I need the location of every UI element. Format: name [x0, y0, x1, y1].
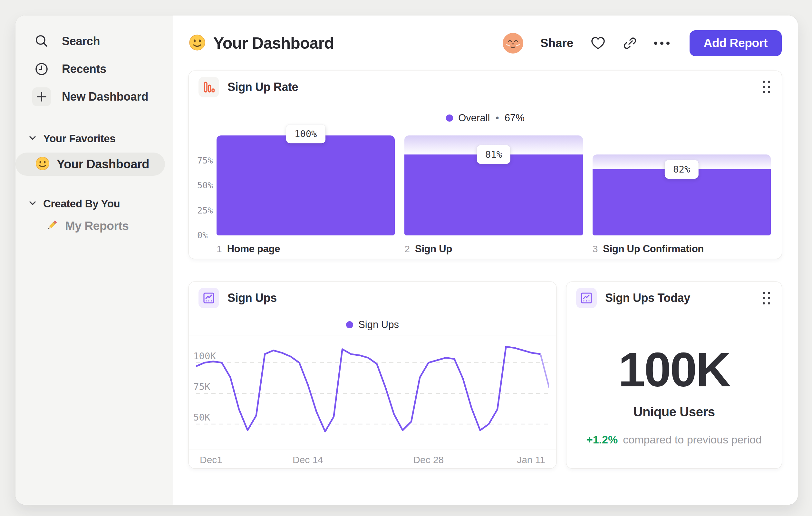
card-header: Sign Ups Today	[567, 282, 782, 314]
line-x-tick: Dec1	[200, 454, 222, 465]
line-y-tick: 100K	[193, 351, 216, 361]
card-title: Sign Ups Today	[605, 291, 690, 305]
sidebar: Search Recents New Dashboard	[16, 16, 173, 505]
card-title: Sign Ups	[228, 291, 277, 305]
funnel-chart: 75%50%25%0% 100%81%82%	[197, 135, 771, 236]
bar-chart-icon	[199, 77, 219, 98]
change-note: compared to previous period	[623, 433, 762, 446]
line-series	[196, 347, 540, 432]
chevron-down-icon	[29, 136, 36, 142]
line-chart: 100K75K50K	[196, 341, 549, 444]
funnel-bar[interactable]: 82%	[592, 135, 771, 236]
step-name: Home page	[227, 243, 280, 255]
heart-icon[interactable]	[590, 36, 606, 50]
line-series-incomplete-tail	[540, 354, 549, 387]
metric-change: +1.2% compared to previous period	[567, 433, 782, 446]
sidebar-item-new-dashboard[interactable]: New Dashboard	[25, 83, 164, 111]
sign-ups-today-card: Sign Ups Today 100K Unique Users +1.2% c…	[567, 282, 782, 468]
sign-ups-card: Sign Ups Sign Ups 100K75K50K Dec1Dec 14D…	[189, 282, 556, 468]
search-icon	[32, 32, 51, 51]
funnel-bar-fill	[592, 169, 771, 236]
line-x-tick: Jan 11	[517, 454, 545, 465]
step-number: 2	[404, 243, 410, 254]
funnel-step-label: 1Home page	[216, 243, 395, 255]
chevron-down-icon	[29, 201, 36, 207]
sign-up-rate-card: Sign Up Rate Overall • 67% 75%50%25%0% 1…	[189, 71, 782, 259]
funnel-y-tick: 0%	[197, 230, 208, 240]
section-title: Created By You	[43, 198, 120, 210]
step-name: Sign Up Confirmation	[603, 243, 704, 255]
plus-icon	[32, 87, 51, 106]
sidebar-item-search[interactable]: Search	[25, 27, 164, 55]
line-x-axis: Dec1Dec 14Dec 28Jan 11	[189, 450, 556, 468]
sidebar-item-label: New Dashboard	[62, 90, 148, 104]
change-percent: +1.2%	[586, 433, 618, 446]
main-content: Your Dashboard Share	[173, 16, 798, 505]
funnel-y-axis: 75%50%25%0%	[197, 135, 216, 236]
funnel-legend: Overall • 67%	[189, 112, 782, 124]
smiley-emoji-icon	[35, 156, 50, 172]
line-x-tick: Dec 28	[413, 454, 444, 465]
legend-dot	[346, 321, 353, 328]
card-header: Sign Ups	[189, 282, 556, 314]
add-report-button[interactable]: Add Report	[690, 30, 782, 56]
sidebar-item-recents[interactable]: Recents	[25, 55, 164, 83]
page-title: Your Dashboard	[213, 34, 334, 53]
page-header: Your Dashboard Share	[189, 16, 782, 71]
more-options-icon[interactable]	[654, 42, 670, 45]
section-title: Your Favorites	[43, 133, 115, 145]
line-chart-icon	[576, 288, 597, 308]
step-number: 1	[216, 243, 222, 254]
legend-dot	[446, 114, 453, 121]
pencil-emoji-icon	[45, 219, 59, 234]
sidebar-item-my-reports[interactable]: My Reports	[25, 216, 164, 236]
funnel-value-label: 81%	[477, 145, 511, 164]
funnel-step-label: 2Sign Up	[404, 243, 583, 255]
sidebar-item-your-dashboard[interactable]: Your Dashboard	[16, 153, 165, 176]
funnel-value-label: 82%	[665, 160, 698, 179]
link-icon[interactable]	[622, 36, 637, 51]
drag-handle-icon[interactable]	[761, 79, 772, 95]
funnel-value-label: 100%	[286, 125, 325, 143]
sidebar-item-label: Your Dashboard	[57, 157, 149, 171]
drag-handle-icon[interactable]	[761, 290, 772, 306]
line-x-tick: Dec 14	[293, 454, 323, 465]
funnel-bars: 100%81%82%	[216, 135, 771, 236]
funnel-bar-fill	[216, 135, 395, 236]
funnel-bar[interactable]: 81%	[404, 135, 583, 236]
line-chart-icon	[199, 288, 219, 308]
smiley-emoji-icon	[189, 34, 206, 52]
section-your-favorites[interactable]: Your Favorites	[25, 130, 164, 147]
step-name: Sign Up	[415, 243, 452, 255]
funnel-step-labels: 1Home page2Sign Up3Sign Up Confirmation	[216, 243, 771, 255]
avatar[interactable]	[502, 33, 524, 54]
line-chart-svg	[196, 341, 549, 444]
sidebar-item-label: Recents	[62, 62, 106, 76]
app-window: Search Recents New Dashboard	[16, 16, 798, 505]
funnel-step-label: 3Sign Up Confirmation	[592, 243, 771, 255]
card-title: Sign Up Rate	[228, 80, 298, 94]
funnel-bar[interactable]: 100%	[216, 135, 395, 236]
sidebar-item-label: My Reports	[65, 219, 128, 233]
line-y-tick: 50K	[193, 412, 210, 423]
line-y-tick: 75K	[193, 381, 210, 392]
card-header: Sign Up Rate	[189, 71, 782, 103]
metric-value: 100K	[567, 342, 782, 398]
funnel-y-tick: 25%	[197, 206, 213, 215]
step-number: 3	[592, 243, 598, 254]
section-created-by-you[interactable]: Created By You	[25, 195, 164, 213]
funnel-y-tick: 75%	[197, 156, 213, 165]
sidebar-item-label: Search	[62, 34, 100, 48]
funnel-bar-fill	[404, 155, 583, 236]
metric-label: Unique Users	[567, 405, 782, 419]
funnel-y-tick: 50%	[197, 180, 213, 190]
line-legend: Sign Ups	[189, 314, 556, 335]
clock-icon	[32, 60, 51, 78]
share-button[interactable]: Share	[540, 36, 574, 50]
